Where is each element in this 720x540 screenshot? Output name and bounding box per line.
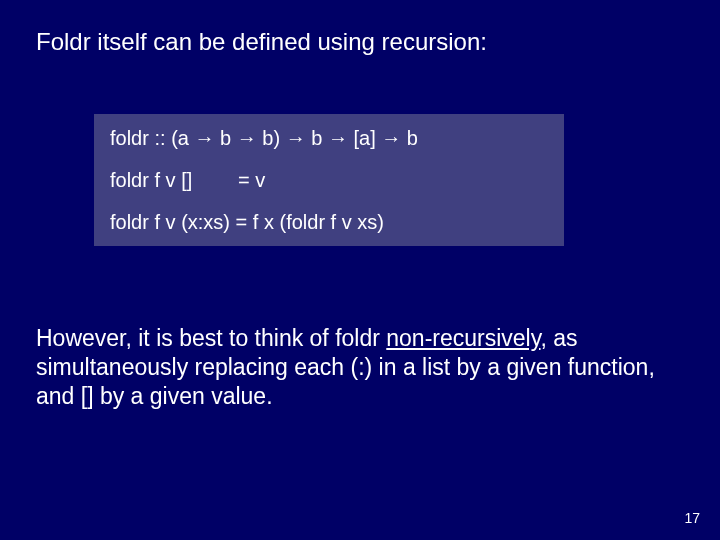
code-box: foldr :: (a → b → b) → b → [a] → b foldr… bbox=[94, 114, 564, 246]
page-number: 17 bbox=[684, 510, 700, 526]
arrow-icon: → bbox=[286, 127, 306, 149]
code-text: [a] bbox=[348, 127, 381, 149]
body-text-underlined: non-recursively bbox=[386, 325, 540, 351]
code-text: foldr :: (a bbox=[110, 127, 194, 149]
code-text: = v bbox=[238, 169, 265, 191]
code-line-type: foldr :: (a → b → b) → b → [a] → b bbox=[110, 128, 548, 148]
code-text: b) bbox=[257, 127, 286, 149]
code-text: b bbox=[306, 127, 328, 149]
code-text: foldr f v [] bbox=[110, 170, 238, 190]
body-paragraph: However, it is best to think of foldr no… bbox=[36, 324, 664, 410]
code-text: b bbox=[401, 127, 418, 149]
slide: Foldr itself can be defined using recurs… bbox=[0, 0, 720, 410]
code-line-recursive: foldr f v (x:xs) = f x (foldr f v xs) bbox=[110, 212, 548, 232]
slide-heading: Foldr itself can be defined using recurs… bbox=[36, 28, 684, 56]
code-text: b bbox=[214, 127, 236, 149]
arrow-icon: → bbox=[194, 127, 214, 149]
arrow-icon: → bbox=[237, 127, 257, 149]
arrow-icon: → bbox=[381, 127, 401, 149]
code-line-base: foldr f v []= v bbox=[110, 170, 548, 190]
body-text: However, it is best to think of foldr bbox=[36, 325, 386, 351]
arrow-icon: → bbox=[328, 127, 348, 149]
